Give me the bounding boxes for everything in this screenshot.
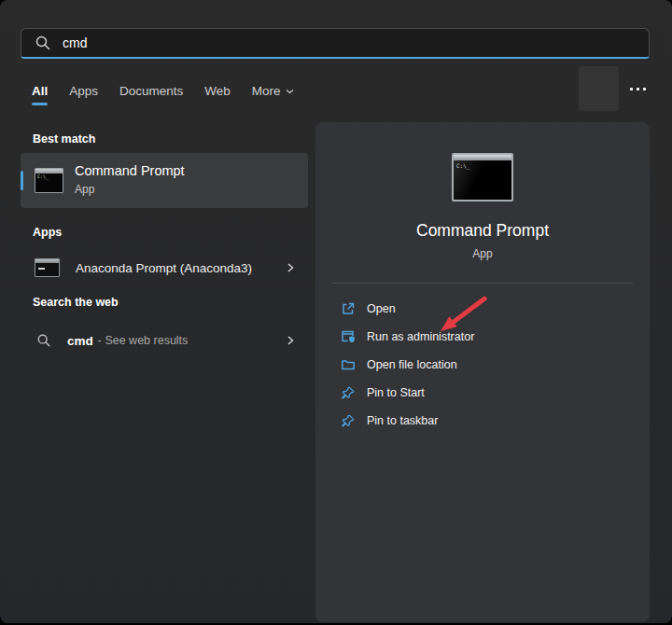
result-detail-panel: C:\_ Command Prompt App Open Run as [315, 122, 650, 622]
folder-icon [341, 357, 356, 372]
search-filter-tabs: All Apps Documents Web More [32, 84, 294, 98]
action-open[interactable]: Open [315, 295, 650, 323]
selection-accent-bar [21, 171, 23, 190]
command-prompt-icon: C:\_ [35, 168, 63, 193]
more-options-button[interactable] [623, 81, 651, 96]
tab-more[interactable]: More [252, 84, 294, 98]
tab-apps[interactable]: Apps [69, 84, 98, 98]
action-pin-to-start[interactable]: Pin to Start [315, 379, 650, 407]
search-input[interactable]: cmd [21, 28, 650, 59]
run-as-admin-icon [341, 329, 356, 344]
action-run-as-administrator[interactable]: Run as administrator [315, 323, 650, 351]
chevron-down-icon [286, 89, 294, 94]
search-query-text: cmd [63, 35, 87, 50]
active-tab-indicator [32, 103, 48, 105]
search-icon [35, 35, 51, 51]
app-result-anaconda-prompt[interactable]: Anaconda Prompt (Anaconda3) [21, 249, 308, 286]
app-result-label: Anaconda Prompt (Anaconda3) [76, 261, 252, 275]
best-match-heading: Best match [33, 132, 95, 146]
tab-web[interactable]: Web [204, 84, 231, 98]
action-list: Open Run as administrator Open file loca… [315, 295, 650, 435]
action-open-file-location[interactable]: Open file location [315, 351, 650, 379]
search-flyout-window: cmd All Apps Documents Web More Best mat… [0, 0, 672, 623]
chevron-right-icon[interactable] [286, 335, 295, 346]
action-pin-to-taskbar[interactable]: Pin to taskbar [315, 407, 650, 435]
web-result-query: cmd [67, 334, 93, 348]
panel-divider [332, 283, 633, 284]
best-match-title: Command Prompt [75, 163, 185, 178]
apps-heading: Apps [33, 226, 62, 239]
panel-app-title: Command Prompt [315, 221, 650, 241]
panel-app-subtitle: App [315, 247, 650, 260]
chevron-right-icon[interactable] [286, 262, 295, 273]
search-icon [36, 333, 51, 348]
tab-documents[interactable]: Documents [119, 84, 183, 98]
best-match-result-command-prompt[interactable]: C:\_ Command Prompt App [21, 153, 308, 208]
web-result-suffix: - See web results [98, 334, 189, 347]
ellipsis-icon [630, 88, 633, 90]
open-external-icon [341, 301, 356, 316]
terminal-icon [35, 258, 60, 277]
command-prompt-icon-large: C:\_ [452, 153, 513, 201]
pin-icon [341, 385, 356, 400]
pin-icon [341, 413, 356, 428]
hover-highlight-box [579, 66, 619, 111]
web-result-cmd[interactable]: cmd - See web results [21, 324, 308, 357]
search-web-heading: Search the web [33, 296, 119, 309]
best-match-subtitle: App [75, 183, 94, 196]
tab-more-label: More [252, 84, 281, 98]
tab-all[interactable]: All [32, 84, 48, 98]
